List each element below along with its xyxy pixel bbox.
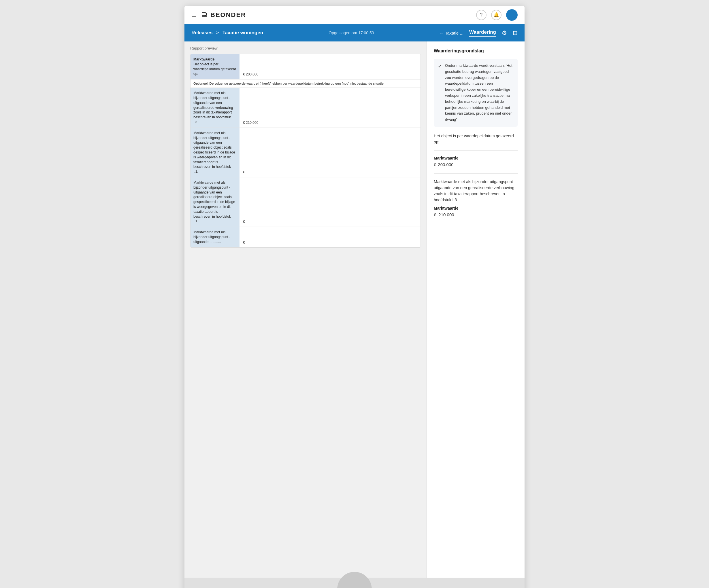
rapport-row-2: Marktwaarde met als bijzonder uitgangspu… xyxy=(190,88,420,128)
breadcrumb-separator: > xyxy=(216,30,219,36)
field-input-2[interactable] xyxy=(438,212,518,217)
field-title-1: Marktwaarde xyxy=(434,156,518,160)
rapport-card: MarktwaardeHet object is per waardepeild… xyxy=(190,54,421,248)
field-group-2: Marktwaarde € xyxy=(434,206,518,218)
rapport-note: Optioneel: De volgende getaxeerde waarde… xyxy=(190,80,420,88)
rapport-label-3-text: Marktwaarde met als bijzonder uitgangspu… xyxy=(193,131,235,174)
field2-description: Marktwaarde met als bijzonder uitgangspu… xyxy=(434,179,518,203)
notification-button[interactable]: 🔔 xyxy=(491,10,501,20)
tab-waardering[interactable]: Waardering xyxy=(469,29,496,36)
right-panel-title: Waarderingsgrondslag xyxy=(434,48,518,54)
topbar-left: ☰ ⊇ BEONDER xyxy=(191,10,246,19)
settings-icon[interactable]: ⚙ xyxy=(502,29,507,36)
rapport-cell-label-2: Marktwaarde met als bijzonder uitgangspu… xyxy=(190,88,239,128)
saved-status: Opgeslagen om 17:00:50 xyxy=(329,30,374,35)
help-icon: ? xyxy=(480,12,483,18)
breadcrumb-releases[interactable]: Releases xyxy=(191,30,213,36)
rapport-cell-label-3: Marktwaarde met als bijzonder uitgangspu… xyxy=(190,128,239,177)
field-amount-1: 200.000 xyxy=(438,162,453,167)
topbar: ☰ ⊇ BEONDER ? 🔔 xyxy=(184,6,525,24)
navbar-breadcrumb: Releases > Taxatie woningen xyxy=(191,30,263,36)
rapport-row-4: Marktwaarde met als bijzonder uitgangspu… xyxy=(190,177,420,227)
rapport-cell-value-4: € xyxy=(239,177,420,227)
saved-text: Opgeslagen om 17:00:50 xyxy=(329,30,374,35)
info-box: ✓ Onder marktwaarde wordt verstaan: 'Het… xyxy=(434,59,518,127)
back-arrow-icon: ← xyxy=(440,30,444,35)
left-panel: Rapport preview MarktwaardeHet object is… xyxy=(184,41,426,578)
field-title-2: Marktwaarde xyxy=(434,206,518,211)
logo-icon: ⊇ xyxy=(201,10,208,19)
rapport-row-1: MarktwaardeHet object is per waardepeild… xyxy=(190,54,420,80)
rapport-value-5: € xyxy=(243,241,245,245)
divider-2 xyxy=(434,173,518,174)
field-group-1: Marktwaarde € 200.000 xyxy=(434,156,518,167)
rapport-cell-value-5: € xyxy=(239,227,420,247)
layout-icon[interactable]: ⊟ xyxy=(513,29,518,36)
rapport-row-3: Marktwaarde met als bijzonder uitgangspu… xyxy=(190,128,420,177)
navbar-right: ← Taxatie ... Waardering ⚙ ⊟ xyxy=(440,29,518,36)
logo: ⊇ BEONDER xyxy=(201,10,246,19)
rapport-row-5: Marktwaarde met als bijzonder uitgangspu… xyxy=(190,227,420,247)
field-value-1: € 200.000 xyxy=(434,162,518,167)
breadcrumb-taxatie[interactable]: Taxatie woningen xyxy=(222,30,263,36)
content-area: Rapport preview MarktwaardeHet object is… xyxy=(184,41,525,578)
right-panel: Waarderingsgrondslag ✓ Onder marktwaarde… xyxy=(426,41,525,578)
topbar-right: ? 🔔 xyxy=(476,9,518,21)
help-button[interactable]: ? xyxy=(476,10,487,20)
bottom-area xyxy=(184,578,525,588)
rapport-label-1-text: MarktwaardeHet object is per waardepeild… xyxy=(193,57,236,76)
rapport-cell-value-3: € xyxy=(239,128,420,177)
rapport-cell-value-1: € 200.000 xyxy=(239,54,420,79)
rapport-label-2-text: Marktwaarde met als bijzonder uitgangspu… xyxy=(193,91,233,124)
back-button[interactable]: ← Taxatie ... xyxy=(440,30,464,35)
rapport-cell-label-5: Marktwaarde met als bijzonder uitgangspu… xyxy=(190,227,239,247)
avatar[interactable] xyxy=(506,9,518,21)
rapport-cell-label-1: MarktwaardeHet object is per waardepeild… xyxy=(190,54,239,79)
rapport-value-4: € xyxy=(243,220,245,224)
rapport-value-1: € 200.000 xyxy=(243,72,258,76)
back-label: Taxatie ... xyxy=(445,30,464,35)
rapport-label: Rapport preview xyxy=(190,46,421,50)
hamburger-icon[interactable]: ☰ xyxy=(191,11,196,19)
checkmark-icon: ✓ xyxy=(438,63,442,69)
rapport-label-5-text: Marktwaarde met als bijzonder uitgangspu… xyxy=(193,230,230,244)
euro-symbol-2: € xyxy=(434,212,436,217)
rapport-value-2: € 210.000 xyxy=(243,121,258,125)
navbar: Releases > Taxatie woningen Opgeslagen o… xyxy=(184,24,525,41)
rapport-value-3: € xyxy=(243,170,245,174)
rapport-cell-label-4: Marktwaarde met als bijzonder uitgangspu… xyxy=(190,177,239,227)
info-box-text: Onder marktwaarde wordt verstaan: 'Het g… xyxy=(445,63,513,123)
euro-symbol-1: € xyxy=(434,162,436,167)
bell-icon: 🔔 xyxy=(493,12,499,18)
rapport-cell-value-2: € 210.000 xyxy=(239,88,420,128)
field-input-row-2[interactable]: € xyxy=(434,212,518,218)
logo-text: BEONDER xyxy=(210,11,246,19)
rapport-label-4-text: Marktwaarde met als bijzonder uitgangspu… xyxy=(193,180,235,223)
section-label: Het object is per waardepeildatum getaxe… xyxy=(434,133,518,145)
